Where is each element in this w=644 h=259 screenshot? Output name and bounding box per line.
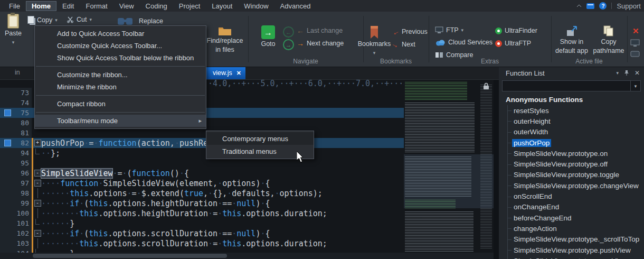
previous-bookmark-button[interactable]: ← Previous	[392, 27, 428, 36]
function-list-item[interactable]: beforeChangeEnd	[512, 212, 644, 223]
copy-path-name-button[interactable]: Copy path/name	[592, 25, 625, 55]
code-line-98[interactable]: 98······this.options·=·$.extend(true,·{}…	[0, 188, 404, 198]
context-menu-item[interactable]: Add to Quick Access Toolbar	[35, 27, 206, 40]
menu-file[interactable]: File	[3, 1, 26, 11]
last-change-icon: ←	[297, 26, 304, 35]
paste-dropdown-icon[interactable]: ▾	[12, 39, 15, 47]
function-list-item[interactable]: pushOrPop	[512, 137, 644, 148]
tab-partial-label[interactable]: in	[15, 69, 20, 76]
next-position-icon[interactable]: →	[283, 39, 294, 50]
cut-button[interactable]: Cut▾	[67, 16, 92, 23]
fold-minus-icon[interactable]: -	[34, 198, 41, 208]
menu-format[interactable]: Format	[80, 1, 113, 11]
bookmark-marker[interactable]	[0, 109, 15, 116]
function-filter-input[interactable]: ▾	[502, 80, 641, 91]
function-list-item[interactable]: SimpleSlideView.prototype.on	[512, 148, 644, 159]
function-list-item[interactable]: SimpleSlideView.prototype.popView	[512, 255, 644, 259]
horizontal-scrollbar[interactable]	[0, 253, 494, 259]
function-list-item[interactable]: SimpleSlideView.prototype.changeView	[512, 180, 644, 191]
line-number: 82	[15, 139, 32, 147]
code-line-97[interactable]: 97-····function·SimpleSlideView(element,…	[0, 178, 404, 188]
ribbon-mode-icon[interactable]	[586, 3, 594, 9]
next-change-button[interactable]: → Next change	[297, 39, 344, 48]
code-line-99[interactable]: 99-······if·(this.options.heightDuration…	[0, 198, 404, 208]
panel-close-icon[interactable]: ✕	[634, 69, 640, 77]
collapse-ribbon-icon[interactable]	[576, 4, 582, 7]
close-file-icon[interactable]: ✕	[632, 26, 639, 36]
context-menu-item[interactable]: Compact ribbon	[35, 98, 206, 110]
fold-minus-icon[interactable]: -	[34, 168, 41, 178]
minimap-viewport[interactable]	[404, 154, 494, 208]
menu-layout[interactable]: Layout	[206, 1, 238, 11]
menu-view[interactable]: View	[113, 1, 140, 11]
function-list-item[interactable]: SimpleSlideView.prototype._scrollToTop	[512, 234, 644, 245]
fold-plus-icon[interactable]: +	[34, 138, 41, 148]
context-menu-item[interactable]: Show Quick Access Toolbar below the ribb…	[35, 52, 206, 64]
function-list-item[interactable]: onScrollEnd	[512, 191, 644, 201]
code-line-101[interactable]: 101······}	[0, 218, 404, 228]
find-replace-in-files-button[interactable]: Find/replace in files	[206, 25, 244, 54]
function-group-header[interactable]: Anonymous Functions	[506, 96, 644, 104]
group-label-active-file: Active file	[551, 58, 627, 65]
bookmarks-button[interactable]: Bookmarks ▾	[358, 25, 391, 57]
context-menu-item[interactable]: Customize Quick Access Toolbar...	[35, 40, 206, 52]
paste-button[interactable]: Paste ▾	[1, 14, 25, 47]
function-list-item[interactable]: outerWidth	[512, 127, 644, 137]
code-line-82[interactable]: 82+pushOrPop·=·function(action,·pushResu…	[0, 138, 404, 148]
goto-button[interactable]: → Goto	[257, 25, 280, 48]
panel-splitter[interactable]	[494, 67, 499, 259]
fold-minus-icon[interactable]: -	[34, 228, 41, 238]
context-menu-item[interactable]: Toolbar/menu mode▸	[35, 115, 206, 127]
keyboard-icon[interactable]	[630, 51, 640, 57]
previous-label: Previous	[402, 28, 428, 35]
prev-position-icon[interactable]: ←	[283, 26, 294, 38]
menu-project[interactable]: Project	[173, 1, 206, 11]
cloud-services-button[interactable]: Cloud Services	[435, 39, 493, 46]
tab-close-icon[interactable]: ✕	[236, 70, 241, 77]
code-line-94[interactable]: 94··};	[0, 148, 404, 158]
function-list-item[interactable]: SimpleSlideView.prototype.toggle	[512, 170, 644, 180]
ultraftp-button[interactable]: UltraFTP	[495, 40, 531, 47]
pin-icon[interactable]	[624, 70, 629, 76]
last-change-label: Last change	[307, 27, 343, 34]
show-in-default-app-button[interactable]: Show in default app	[554, 25, 589, 55]
bookmarks-dropdown-icon[interactable]: ▾	[373, 49, 376, 57]
last-change-button[interactable]: ← Last change	[297, 26, 343, 35]
next-bookmark-button[interactable]: → Next	[392, 40, 415, 49]
filter-dropdown-icon[interactable]: ▾	[630, 81, 640, 91]
code-line-103[interactable]: 103········this.options.scrollDuration·=…	[0, 238, 404, 248]
next-label: Next	[402, 41, 415, 48]
monitor-icon[interactable]	[630, 39, 640, 47]
code-line-100[interactable]: 100········this.options.heightDuration·=…	[0, 208, 404, 218]
menu-advanced[interactable]: Advanced	[274, 1, 317, 11]
function-list-item[interactable]: SimpleSlideView.prototype.off	[512, 159, 644, 169]
hscroll-thumb[interactable]	[33, 254, 227, 258]
help-icon[interactable]: ?	[599, 2, 607, 10]
minimap[interactable]	[404, 79, 494, 253]
function-list-item[interactable]: changeAction	[512, 223, 644, 234]
function-list-item[interactable]: outerHeight	[512, 116, 644, 126]
fold-minus-icon[interactable]: -	[34, 178, 41, 188]
replace-button[interactable]: Replace	[117, 17, 163, 25]
copy-button[interactable]: Copy▾	[27, 16, 58, 24]
code-line-96[interactable]: 96-SimpleSlideView·=·(function()·{	[0, 168, 404, 178]
function-list-item[interactable]: resetStyles	[512, 105, 644, 116]
paste-label: Paste	[5, 30, 22, 38]
context-menu-item[interactable]: Customize the ribbon...	[35, 69, 206, 81]
support-menu[interactable]: Support	[617, 2, 641, 10]
panel-dropdown-icon[interactable]: ▾	[616, 70, 619, 76]
code-line-81[interactable]: 81	[0, 128, 404, 138]
bookmark-marker[interactable]	[0, 140, 15, 146]
ultrafinder-button[interactable]: UltraFinder	[495, 27, 537, 34]
function-list-item[interactable]: SimpleSlideView.prototype.pushView	[512, 245, 644, 255]
ftp-button[interactable]: FTP▾	[435, 26, 463, 34]
context-menu-item[interactable]: Minimize the ribbon	[35, 81, 206, 93]
menu-coding[interactable]: Coding	[140, 1, 173, 11]
menu-edit[interactable]: Edit	[56, 1, 80, 11]
code-line-95[interactable]: 95	[0, 158, 404, 168]
code-line-102[interactable]: 102-······if·(this.options.scrollDuratio…	[0, 228, 404, 238]
menu-home[interactable]: Home	[26, 1, 56, 11]
function-list-item[interactable]: onChangeEnd	[512, 202, 644, 212]
menu-window[interactable]: Window	[238, 1, 274, 11]
submenu-item[interactable]: Contemporary menus	[206, 132, 314, 145]
